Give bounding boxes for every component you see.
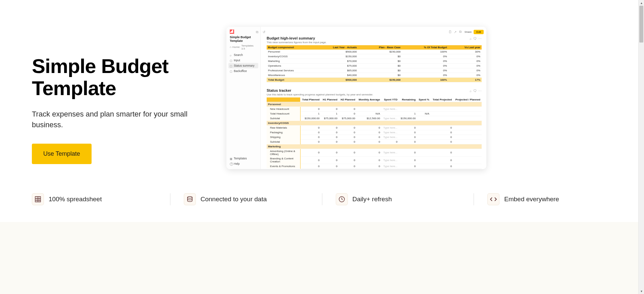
cell <box>417 140 431 144</box>
summary-col-pcttotal: % Of Total Budget <box>402 45 448 50</box>
cell: 0 <box>300 126 321 130</box>
cell: 0 <box>321 140 339 144</box>
cell: 0 <box>381 140 399 144</box>
placeholder-cell[interactable]: Type here... <box>381 107 399 112</box>
placeholder-cell[interactable]: Type here... <box>381 116 399 121</box>
table-row: Subtotal0000000 <box>267 140 482 144</box>
summary-title: Budget high-level summary <box>267 36 315 40</box>
cell: 0 <box>300 130 321 135</box>
cell: Professional Services <box>267 68 310 73</box>
cell <box>417 135 431 140</box>
sidebar-item-templates[interactable]: Templates <box>228 156 258 161</box>
cell <box>453 107 482 112</box>
cell: 0 <box>399 140 417 144</box>
table-row: Operations$75,000$00%0% <box>267 64 482 68</box>
breadcrumb[interactable]: ⌂ Home: Templates 3.5 <box>228 44 258 52</box>
cell: 0 <box>321 135 339 140</box>
table-total-row: Total Budget$900,000$150,000100%17% <box>267 78 482 82</box>
cell: $65,000 <box>310 68 358 73</box>
section-label: Personnel <box>267 102 482 107</box>
cell: 0% <box>402 73 448 78</box>
cell <box>431 112 453 116</box>
home-icon: ⌂ <box>230 46 231 49</box>
cell: 0 <box>339 164 357 168</box>
share-button[interactable]: Share <box>465 30 472 33</box>
table-row: Total Headcount110N/A1N/A <box>267 112 482 116</box>
copy-icon[interactable]: ⧉ <box>459 30 463 33</box>
cell: 0 <box>339 107 357 112</box>
vertical-scrollbar[interactable]: ▴ ▾ <box>638 0 644 294</box>
cell <box>453 156 482 164</box>
more-icon[interactable]: ⋯ <box>478 37 482 41</box>
cell: 0 <box>399 135 417 140</box>
tracker-section-row: Inventory/COGS <box>267 121 482 126</box>
cell: $150,000.00 <box>399 116 417 121</box>
hero: Simple Budget Template Track expenses an… <box>0 0 644 182</box>
cell <box>453 130 482 135</box>
placeholder-cell[interactable]: Type here... <box>381 164 399 168</box>
feature-label: Embed everywhere <box>504 196 559 203</box>
features-row: 100% spreadsheet Connected to your data … <box>0 182 644 222</box>
cell: 0 <box>339 149 357 157</box>
tracker-col: H1 Planned <box>321 97 339 102</box>
tracker-col: Total Projected <box>431 97 453 102</box>
cell: $75,000.00 <box>339 116 357 121</box>
cell: 0% <box>448 59 482 64</box>
use-template-button[interactable]: Use Template <box>32 144 92 164</box>
edit-button[interactable]: Edit <box>474 30 484 34</box>
clock-icon <box>336 193 348 205</box>
placeholder-cell[interactable]: Type here... <box>381 126 399 130</box>
cell <box>453 140 482 144</box>
database-icon <box>184 193 196 205</box>
cell: 0% <box>448 73 482 78</box>
preview-sidebar: ⧉ Simple Budget Template ⌂ Home: Templat… <box>226 27 261 169</box>
placeholder-cell[interactable]: Type here... <box>381 149 399 157</box>
preview-main: Budget high-level summary ⌕ 🗨 ⋯ This vie… <box>261 27 486 169</box>
app-logo-icon <box>230 29 233 33</box>
history-icon[interactable]: ↺ <box>263 30 266 33</box>
cell: $12,500.00 <box>357 116 381 121</box>
sidebar-item-help[interactable]: Help <box>228 161 258 166</box>
sidebar-collapse-icon[interactable]: ⧉ <box>256 30 258 34</box>
sidebar-item-status-summary[interactable]: Status summary <box>228 63 258 68</box>
cell: 0 <box>339 156 357 164</box>
placeholder-cell[interactable]: Type here... <box>381 135 399 140</box>
scroll-down-arrow[interactable]: ▾ <box>639 288 644 294</box>
search-small-icon[interactable]: ⌕ <box>470 89 472 93</box>
scroll-thumb[interactable] <box>639 6 643 43</box>
cell <box>431 107 453 112</box>
cell: 0% <box>448 68 482 73</box>
cell: 0 <box>339 130 357 135</box>
comment-icon[interactable]: 🗨 <box>473 89 477 93</box>
sidebar-doc-title: Simple Budget Template <box>228 35 258 44</box>
doc-icon <box>230 59 232 62</box>
cell: 0 <box>357 149 381 157</box>
feature-label: Connected to your data <box>201 196 267 203</box>
comment-icon[interactable]: 🗨 <box>473 37 477 41</box>
share-icon[interactable]: ↗ <box>454 30 457 33</box>
scroll-track[interactable] <box>639 6 644 288</box>
note-icon[interactable]: 🗒 <box>448 30 452 33</box>
cell: 0 <box>339 135 357 140</box>
app-preview: ⧉ Simple Budget Template ⌂ Home: Templat… <box>226 27 486 169</box>
cell: $75,000.00 <box>321 116 339 121</box>
more-icon[interactable]: ⋯ <box>478 89 482 93</box>
sidebar-item-backoffice[interactable]: Backoffice <box>228 68 258 74</box>
placeholder-cell[interactable]: Type here... <box>381 130 399 135</box>
search-icon <box>230 54 232 56</box>
cell <box>357 107 381 112</box>
sidebar-item-input[interactable]: Input <box>228 58 258 63</box>
search-small-icon[interactable]: ⌕ <box>470 37 472 41</box>
placeholder-cell[interactable]: Type here... <box>381 156 399 164</box>
cell: $75,000 <box>310 64 358 68</box>
cell: 0 <box>357 164 381 168</box>
cell: 0 <box>431 130 453 135</box>
feature-spreadsheet: 100% spreadsheet <box>32 193 170 205</box>
row-name: New Headcount <box>267 107 300 112</box>
svg-rect-0 <box>35 197 41 202</box>
cell: 0 <box>321 156 339 164</box>
tracker-subtitle: Use this table to track spending progres… <box>267 93 482 96</box>
sidebar-item-search[interactable]: Search <box>228 52 258 58</box>
table-row: Miscellaneous$40,000$00%0% <box>267 73 482 78</box>
scroll-up-arrow[interactable]: ▴ <box>639 0 644 6</box>
